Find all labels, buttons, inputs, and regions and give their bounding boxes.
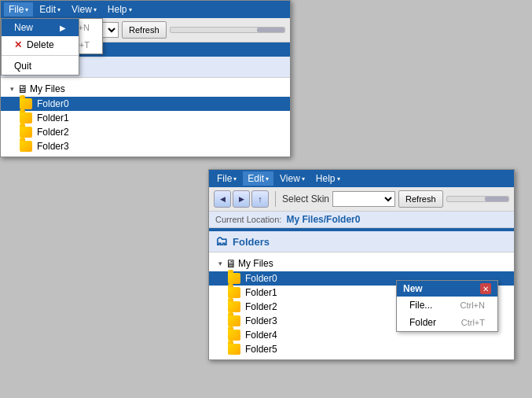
edit-menu2-arrow: ▾ — [266, 175, 269, 182]
view-menu-arrow: ▾ — [94, 6, 97, 13]
new-file-item2[interactable]: File... Ctrl+N — [397, 297, 497, 314]
help-menu2[interactable]: Help ▾ — [311, 171, 345, 186]
window2: File ▾ Edit ▾ View ▾ Help ▾ Select Skin … — [208, 169, 515, 360]
edit-menu-arrow: ▾ — [57, 6, 61, 13]
skin-select2[interactable] — [332, 191, 395, 207]
menubar1: File ▾ Edit ▾ View ▾ Help ▾ — [1, 1, 290, 18]
folder0-label1: Folder0 — [37, 98, 69, 109]
myfiles-icon: 🖥 — [17, 83, 28, 95]
new-popup-title: New — [403, 283, 423, 294]
file-shortcut2: Ctrl+N — [460, 300, 485, 310]
myfiles-icon2: 🖥 — [226, 257, 237, 270]
new-label: New — [14, 22, 33, 33]
folder2-label2: Folder2 — [245, 301, 277, 312]
delete-menu-item[interactable]: ✕ Delete — [2, 36, 79, 53]
quit-menu-item[interactable]: Quit — [2, 57, 79, 75]
folder1-icon2 — [228, 287, 240, 298]
current-location-label: Current Location: — [215, 215, 281, 224]
folder2-icon2 — [228, 301, 240, 312]
up-button[interactable] — [251, 190, 269, 208]
folder1-label2: Folder1 — [245, 287, 277, 298]
menu-separator — [2, 55, 79, 56]
tree-item-folder5-win2[interactable]: Folder5 — [209, 342, 514, 356]
file-menu[interactable]: File ▾ — [4, 2, 33, 17]
view-menu2-arrow: ▾ — [302, 175, 305, 182]
submenu-arrow-icon: ▶ — [60, 24, 66, 32]
tree-expand-icon2: ▾ — [218, 260, 222, 267]
file-menu2-arrow: ▾ — [233, 175, 237, 182]
folder1-icon — [20, 112, 32, 123]
new-popup-close[interactable]: ✕ — [480, 283, 491, 294]
folder5-label2: Folder5 — [245, 344, 277, 355]
tree-root1[interactable]: ▾ 🖥 My Files — [1, 81, 290, 97]
file-menu2[interactable]: File ▾ — [212, 171, 241, 186]
refresh-button[interactable]: Refresh — [122, 21, 167, 39]
tree-root2[interactable]: ▾ 🖥 My Files — [209, 256, 514, 271]
folder3-label1: Folder3 — [37, 141, 69, 152]
view-menu2[interactable]: View ▾ — [275, 171, 310, 186]
toolbar-separator — [275, 191, 276, 207]
folder3-icon2 — [228, 315, 240, 326]
back-button[interactable] — [214, 190, 231, 208]
help-menu[interactable]: Help ▾ — [103, 2, 137, 17]
file-menu-arrow: ▾ — [25, 6, 28, 13]
tree-expand-icon: ▾ — [10, 85, 14, 93]
quit-label: Quit — [14, 61, 31, 72]
folder5-icon2 — [228, 344, 240, 355]
folder3-icon — [20, 141, 32, 152]
folder-label2: Folder — [409, 317, 436, 328]
tree1: ▾ 🖥 My Files Folder0 Folder1 Folder2 Fol… — [1, 78, 290, 157]
root-label1: My Files — [30, 83, 65, 94]
tree-item-folder3-win1[interactable]: Folder3 — [1, 139, 290, 153]
forward-button[interactable] — [233, 190, 250, 208]
root-label2: My Files — [238, 258, 273, 269]
edit-menu2[interactable]: Edit ▾ — [243, 171, 273, 186]
folder0-icon — [20, 98, 32, 109]
new-popup-header: New ✕ — [397, 281, 497, 297]
panels-label2: Folders — [233, 236, 270, 248]
current-location-bar: Current Location: My Files/Folder0 — [209, 212, 514, 228]
tree-item-folder2-win1[interactable]: Folder2 — [1, 125, 290, 139]
toolbar2: Select Skin Refresh — [209, 187, 514, 212]
location-path2: My Files/Folder0 — [286, 214, 360, 225]
help-menu-arrow: ▾ — [129, 6, 132, 13]
folder-shortcut2: Ctrl+T — [461, 318, 485, 327]
folders-icon2: 🗂 — [215, 234, 228, 249]
delete-icon: ✕ — [14, 39, 22, 50]
tree-item-folder1-win1[interactable]: Folder1 — [1, 111, 290, 125]
delete-label: Delete — [27, 39, 54, 50]
folder2-label1: Folder2 — [37, 127, 69, 138]
folder2-icon — [20, 127, 32, 138]
folder4-icon2 — [228, 330, 240, 341]
panel-header2: 🗂 Folders — [209, 231, 514, 252]
window1: File ▾ Edit ▾ View ▾ Help ▾ New ▶ ✕ Dele… — [0, 0, 291, 157]
select-skin-label2: Select Skin — [282, 193, 329, 205]
folder3-label2: Folder3 — [245, 315, 277, 326]
refresh-button2[interactable]: Refresh — [398, 190, 443, 208]
new-popup: New ✕ File... Ctrl+N Folder Ctrl+T — [396, 280, 498, 332]
edit-menu[interactable]: Edit ▾ — [35, 2, 65, 17]
folder1-label1: Folder1 — [37, 112, 69, 123]
folder0-label2: Folder0 — [245, 273, 277, 284]
tree-item-folder0-win1[interactable]: Folder0 — [1, 97, 290, 111]
new-folder-item2[interactable]: Folder Ctrl+T — [397, 314, 497, 331]
file-label2: File... — [409, 300, 432, 311]
view-menu[interactable]: View ▾ — [67, 2, 101, 17]
menubar2: File ▾ Edit ▾ View ▾ Help ▾ — [209, 170, 514, 187]
folder4-label2: Folder4 — [245, 330, 277, 341]
help-menu2-arrow: ▾ — [337, 175, 340, 182]
nav-buttons — [214, 190, 269, 208]
new-menu-item[interactable]: New ▶ — [2, 19, 79, 36]
folder0-icon2 — [228, 273, 240, 284]
